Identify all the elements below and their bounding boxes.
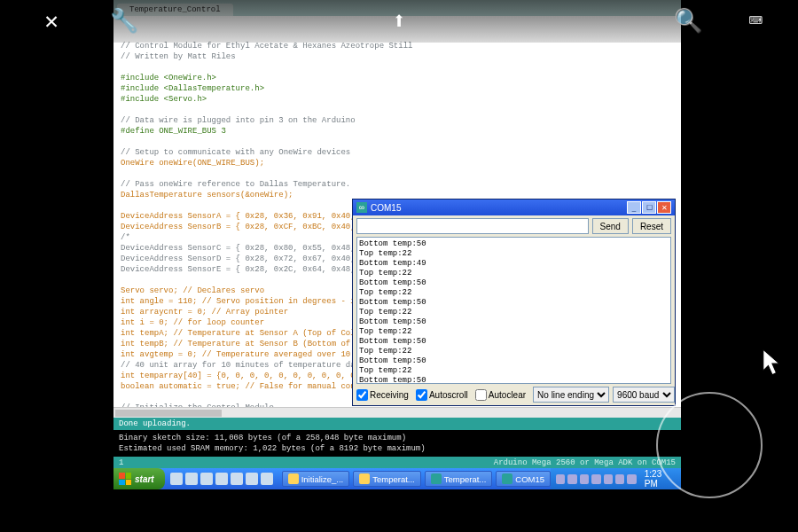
code-line: // Pass oneWire reference to Dallas Temp… [121,179,674,190]
code-line: // Written by Matt Riles [121,51,674,62]
task-buttons: Initialize_...Temperat...Temperat...COM1… [278,471,551,487]
code-line [121,62,674,73]
ide-footer: 1 Arduino Mega 2560 or Mega ADK on COM15 [113,457,681,469]
taskbar-item[interactable]: Temperat... [353,471,421,487]
ql-icon[interactable] [261,473,273,485]
ql-icon[interactable] [185,473,198,485]
taskbar-item[interactable]: COM15 [496,471,551,487]
code-line [121,105,674,115]
reset-button[interactable]: Reset [632,218,671,234]
serial-titlebar[interactable]: ∞ COM15 _ ☐ ✕ [353,200,675,215]
serial-output[interactable]: Bottom temp:50 Top temp:22 Bottom temp:4… [356,237,671,384]
receiving-checkbox[interactable]: Receiving [356,389,409,401]
close-icon[interactable]: ✕ [35,5,67,37]
serial-monitor-window: ∞ COM15 _ ☐ ✕ Send Reset Bottom temp:50 … [352,199,676,406]
upload-arrow-icon[interactable]: ⬆ [383,5,415,37]
ql-icon[interactable] [231,473,243,485]
tray-icon[interactable] [615,474,624,484]
console-line-1: Binary sketch size: 11,008 bytes (of a 2… [119,434,406,442]
ql-icon[interactable] [215,473,228,485]
send-button[interactable]: Send [592,218,629,234]
tray-icon[interactable] [580,474,589,484]
tray-icon[interactable] [567,474,576,484]
quick-launch [170,473,273,485]
system-tray: 1:23 PM [551,468,681,489]
search-icon[interactable]: 🔍 [672,5,704,37]
autoscroll-checkbox[interactable]: Autoscroll [416,389,468,401]
serial-app-icon: ∞ [356,202,367,213]
tray-icon[interactable] [556,474,565,484]
ide-status-bar: Done uploading. [113,418,681,430]
arduino-icon [502,473,512,484]
start-button[interactable]: start [113,468,165,489]
taskbar-item[interactable]: Initialize_... [282,471,350,487]
windows-logo-icon [119,473,131,485]
touch-indicator-circle [656,392,763,498]
ql-icon[interactable] [246,473,258,485]
code-line: // Data wire is plugged into pin 3 on th… [121,115,674,126]
tray-icon[interactable] [604,474,613,484]
ide-line-number: 1 [119,458,123,467]
folder-icon [288,473,299,484]
tray-icon[interactable] [627,474,636,484]
ql-icon[interactable] [170,473,183,485]
ide-board-info: Arduino Mega 2560 or Mega ADK on COM15 [494,458,676,467]
taskbar-item-label: Temperat... [372,474,415,484]
serial-bottom-bar: Receiving Autoscroll Autoclear No line e… [353,384,675,405]
code-line: #include <DallasTemperature.h> [121,83,674,94]
serial-window-title: COM15 [371,203,401,213]
arduino-icon [431,473,442,484]
remote-overlay-bar: ✕ 🔧 ⬆ 🔍 ⌨ [0,0,798,43]
windows-taskbar: start Initialize_...Temperat...Temperat.… [113,468,681,489]
ide-console: Binary sketch size: 11,008 bytes (of a 2… [113,430,681,457]
scrollbar-thumb[interactable] [115,410,222,417]
code-line: #include <OneWire.h> [121,73,674,83]
keyboard-icon[interactable]: ⌨ [739,5,771,37]
baud-select[interactable]: 9600 baud [613,387,675,403]
ql-icon[interactable] [200,473,213,485]
serial-input-row: Send Reset [353,215,675,237]
window-close-button[interactable]: ✕ [657,201,671,214]
folder-icon [359,473,370,484]
minimize-button[interactable]: _ [627,201,641,214]
start-label: start [135,474,154,484]
console-line-2: Estimated used SRAM memory: 1,022 bytes … [119,444,426,453]
line-ending-select[interactable]: No line ending [533,387,609,403]
maximize-button[interactable]: ☐ [642,201,656,214]
code-line [121,168,674,179]
taskbar-item[interactable]: Temperat... [425,471,493,487]
taskbar-item-label: Initialize_... [301,474,344,484]
serial-input[interactable] [356,218,589,234]
code-line: OneWire oneWire(ONE_WIRE_BUS); [121,158,674,168]
code-line: #define ONE_WIRE_BUS 3 [121,126,674,137]
taskbar-item-label: Temperat... [444,474,487,484]
autoclear-checkbox[interactable]: Autoclear [475,389,526,401]
taskbar-item-label: COM15 [515,474,544,484]
wrench-icon[interactable]: 🔧 [108,5,140,37]
code-line [121,137,674,147]
code-line: #include <Servo.h> [121,94,674,105]
tray-icon[interactable] [591,474,600,484]
code-line: // Setup to communicate with any OneWire… [121,147,674,158]
horizontal-scrollbar[interactable] [113,407,681,418]
